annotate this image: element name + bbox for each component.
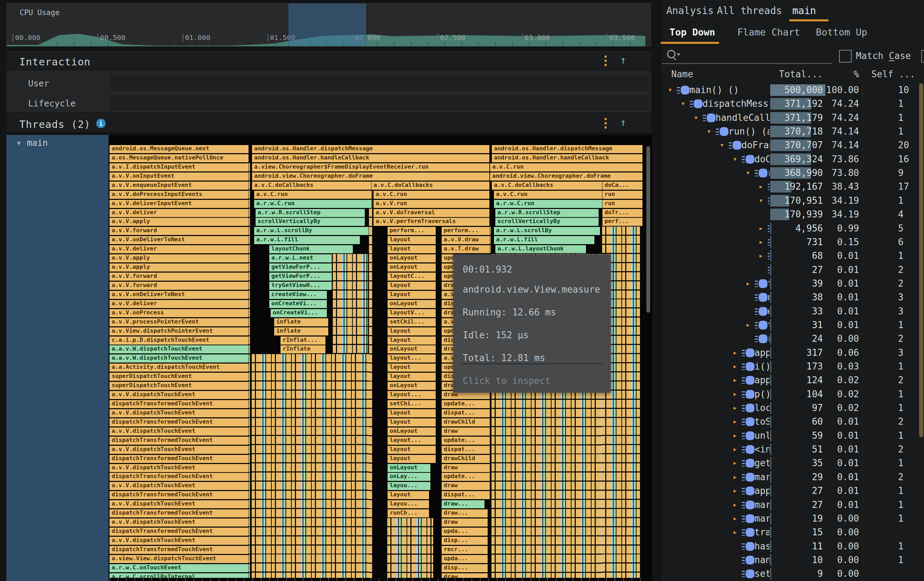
chevron-right-icon[interactable]: ▸ — [759, 251, 768, 260]
call-frame[interactable]: layout... — [387, 436, 436, 445]
call-frame[interactable]: a.view.View.dispatchTouchEvent — [109, 555, 249, 563]
call-frame[interactable]: dispatchTransformedTouchEvent — [109, 491, 249, 500]
table-row[interactable]: ▸7310.156 — [661, 235, 921, 249]
table-row[interactable]: ▸mark270.011 — [661, 498, 921, 512]
call-frame[interactable]: dispatchTransformedTouchEvent — [109, 509, 249, 518]
call-frame[interactable]: a.v.View.dispatchPointerEvent — [109, 327, 249, 336]
table-row[interactable]: ▾170,95134.191 — [661, 194, 921, 208]
call-frame[interactable]: layout — [387, 445, 436, 454]
chevron-down-icon[interactable]: ▾ — [707, 127, 716, 136]
call-frame[interactable]: a.v.C.run — [493, 190, 603, 199]
table-row[interactable]: ▾r368,99073.809 — [661, 166, 921, 180]
chevron-down-icon[interactable]: ▾ — [694, 113, 703, 122]
call-frame[interactable]: draw — [441, 427, 490, 436]
call-frame[interactable]: a.v.T.draw — [441, 245, 490, 253]
call-frame[interactable]: a.v.C.doCallbacks — [252, 181, 372, 190]
call-frame[interactable]: inflate — [274, 318, 328, 327]
call-frame[interactable]: a.v.V.deliver — [109, 209, 249, 217]
table-row[interactable]: ▸appe270.011 — [661, 484, 921, 498]
call-frame[interactable]: drawChild — [441, 455, 490, 463]
chevron-down-icon[interactable]: ▾ — [733, 154, 742, 163]
call-frame[interactable]: a.v.C.run — [490, 163, 643, 172]
table-row[interactable]: ▸trac150.00 — [661, 525, 921, 539]
call-frame[interactable]: draw — [441, 518, 488, 527]
call-frame[interactable]: layou... — [387, 500, 429, 509]
call-frame[interactable]: a.v.V.forward — [109, 281, 249, 290]
call-frame[interactable]: android.os.Handler.handleCallback — [252, 154, 490, 163]
chevron-right-icon[interactable]: ▸ — [733, 514, 742, 523]
chevron-right-icon[interactable]: ▸ — [759, 224, 768, 233]
chevron-right-icon[interactable]: ▸ — [733, 403, 742, 412]
call-frame[interactable]: a.os.MessageQueue.nativePollOnce — [109, 154, 249, 163]
call-frame[interactable]: upda... — [441, 527, 488, 536]
chevron-right-icon[interactable]: ▸ — [733, 528, 742, 536]
call-frame[interactable]: runCh... — [387, 509, 429, 518]
call-frame[interactable]: a.v.V.deliverInputEvent — [109, 200, 249, 208]
match-case-label[interactable]: Match Case — [856, 51, 911, 61]
call-frame[interactable]: android.os.Handler.handleCallback — [492, 154, 643, 163]
call-frame[interactable]: dispat... — [441, 445, 490, 454]
call-frame[interactable]: a.r.w.L.next — [269, 254, 332, 263]
table-row[interactable]: ▸p()1040.021 — [661, 387, 921, 401]
call-frame[interactable]: layout — [387, 236, 436, 245]
table-row[interactable]: 170,93934.194 — [661, 208, 921, 221]
call-frame[interactable]: dispatchTransformedTouchEvent — [109, 418, 249, 427]
call-frame[interactable]: android.os.MessageQueue.next — [109, 145, 249, 154]
call-frame[interactable]: a.v.V.doTraversal — [373, 209, 490, 217]
call-frame[interactable]: a.v.V.enqueueInputEvent — [109, 181, 249, 190]
table-row[interactable]: ▾main() ()500,000100.0010 — [661, 83, 921, 97]
table-row[interactable]: ▸i()1730.031 — [661, 360, 921, 373]
call-frame[interactable]: layout — [387, 455, 436, 463]
subtab-top-down[interactable]: Top Down — [670, 27, 715, 38]
call-frame[interactable]: rInflate — [280, 345, 326, 354]
table-row[interactable]: ▸680.011 — [661, 249, 921, 263]
call-frame[interactable]: superDispatchTouchEvent — [109, 381, 249, 390]
call-frame[interactable]: setChi... — [387, 400, 436, 409]
call-frame[interactable]: layout — [387, 409, 436, 418]
table-row[interactable]: na380.013 — [661, 290, 921, 304]
call-frame[interactable]: onLayout — [387, 381, 436, 390]
call-frame[interactable]: inflate — [274, 327, 328, 336]
call-frame[interactable]: a.v.C.run — [254, 190, 372, 199]
call-frame[interactable]: a.r.w.L.layoutChunk — [495, 245, 586, 253]
table-row[interactable]: ▾doCa369,32473.8616 — [661, 152, 921, 166]
chevron-right-icon[interactable]: ▸ — [733, 348, 742, 357]
call-frame[interactable]: getViewForP... — [269, 263, 332, 272]
call-frame[interactable]: onLay... — [387, 472, 431, 481]
chevron-right-icon[interactable]: ▸ — [759, 237, 768, 246]
call-frame[interactable]: a.r.w.C.onTouchEvent — [109, 564, 249, 573]
tab-all-threads[interactable]: All threads — [717, 5, 782, 17]
call-frame[interactable]: dispatchTransformedTouchEvent — [109, 400, 249, 409]
table-row[interactable]: nano100.001 — [661, 553, 921, 567]
call-frame[interactable]: a.r.w.R.scrollStep — [495, 209, 599, 217]
call-frame[interactable]: a.v.V.dispatchTouchEvent — [109, 409, 249, 418]
call-frame[interactable]: update... — [441, 436, 490, 445]
call-frame[interactable]: a.r.w.L.scrollBy — [254, 227, 369, 235]
call-frame[interactable]: layout — [387, 336, 436, 345]
call-frame[interactable]: onCreateVi... — [269, 300, 327, 308]
table-row[interactable]: ▸unlo590.011 — [661, 429, 921, 443]
call-frame[interactable]: android.os.Handler.dispatchMessage — [252, 145, 490, 154]
chevron-right-icon[interactable]: ▸ — [733, 431, 742, 440]
call-frame[interactable]: a.r.w.L.fill — [493, 236, 595, 245]
table-row[interactable]: ▾handleCall371,17974.241 — [661, 111, 921, 125]
call-frame[interactable]: perf... — [602, 217, 643, 226]
chevron-right-icon[interactable]: ▸ — [746, 279, 755, 288]
table-row[interactable]: ▸192,16738.4317 — [661, 180, 921, 194]
call-frame[interactable]: scrollVerticallyBy — [255, 217, 365, 226]
call-frame[interactable]: android.view.Choreographer.doFrame — [490, 172, 643, 181]
call-frame[interactable]: dispatchTransformedTouchEvent — [109, 546, 249, 554]
call-frame[interactable]: dispatchTransformedTouchEvent — [109, 455, 249, 463]
table-row[interactable]: ▸appe1240.022 — [661, 373, 921, 387]
call-frame[interactable]: layou... — [387, 482, 431, 490]
call-frame[interactable]: update... — [441, 400, 490, 409]
call-frame[interactable]: a.v.V.onInputEvent — [109, 172, 249, 181]
chevron-right-icon[interactable]: ▸ — [733, 445, 742, 454]
chevron-right-icon[interactable]: ▸ — [759, 182, 768, 191]
table-row[interactable]: ▸tr390.012 — [661, 277, 921, 290]
table-row[interactable]: ▸<in:510.012 — [661, 443, 921, 456]
chevron-right-icon[interactable]: ▸ — [733, 389, 742, 398]
call-frame[interactable]: doCa... — [602, 181, 643, 190]
call-frame[interactable]: layout — [387, 281, 436, 290]
call-frame[interactable]: layout — [387, 245, 436, 253]
